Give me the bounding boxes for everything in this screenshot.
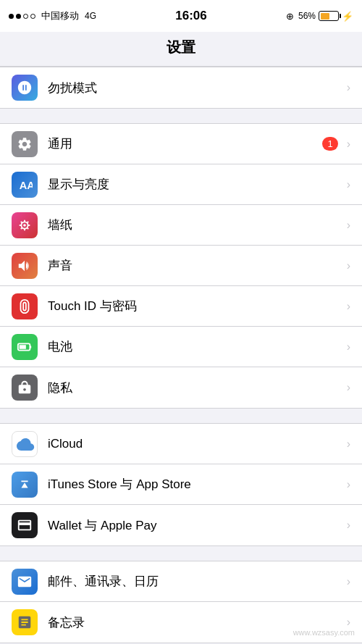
section-dnd: 勿扰模式 › bbox=[0, 67, 362, 109]
sounds-label: 声音 bbox=[48, 257, 344, 274]
network-label: 4G bbox=[85, 11, 96, 21]
wallet-chevron: › bbox=[347, 519, 350, 532]
status-right: ⊕ 56% ⚡ bbox=[286, 11, 353, 22]
dnd-chevron: › bbox=[347, 81, 350, 94]
privacy-icon-bg bbox=[12, 375, 38, 401]
icloud-icon bbox=[14, 436, 35, 452]
battery-settings-icon-bg bbox=[12, 334, 38, 360]
wallpaper-icon bbox=[17, 217, 33, 233]
sounds-icon bbox=[17, 258, 33, 274]
mail-label: 邮件、通讯录、日历 bbox=[48, 573, 344, 590]
row-icloud[interactable]: iCloud › bbox=[0, 424, 362, 464]
battery-container: 56% ⚡ bbox=[298, 11, 353, 22]
row-wallet[interactable]: Wallet 与 Apple Pay › bbox=[0, 505, 362, 545]
notes-icon bbox=[17, 614, 33, 630]
display-icon-bg: AA bbox=[12, 172, 38, 198]
wallpaper-label: 墙纸 bbox=[48, 217, 344, 233]
general-label: 通用 bbox=[48, 135, 322, 152]
svg-text:AA: AA bbox=[20, 179, 33, 191]
itunes-icon bbox=[17, 477, 33, 493]
display-chevron: › bbox=[347, 178, 350, 191]
notes-chevron: › bbox=[347, 616, 350, 629]
notes-icon-bg bbox=[12, 609, 38, 635]
icloud-label: iCloud bbox=[48, 437, 344, 451]
svg-line-8 bbox=[27, 227, 28, 229]
watermark: www.wzsasy.com bbox=[293, 628, 355, 637]
general-icon bbox=[17, 136, 33, 152]
itunes-chevron: › bbox=[347, 478, 350, 491]
wallet-icon-bg bbox=[12, 512, 38, 538]
carrier-label: 中国移动 bbox=[41, 9, 79, 22]
svg-rect-13 bbox=[30, 346, 31, 348]
battery-fill bbox=[321, 13, 330, 20]
row-touchid[interactable]: Touch ID 与密码 › bbox=[0, 286, 362, 327]
general-chevron: › bbox=[347, 138, 350, 151]
touchid-icon bbox=[17, 298, 33, 314]
signal-dots bbox=[9, 14, 35, 19]
nav-header: 设置 bbox=[0, 32, 362, 67]
status-left: 中国移动 4G bbox=[9, 9, 96, 22]
row-dnd[interactable]: 勿扰模式 › bbox=[0, 67, 362, 108]
battery-percent: 56% bbox=[298, 11, 316, 21]
signal-dot-4 bbox=[30, 14, 35, 19]
dnd-icon-bg bbox=[12, 75, 38, 101]
row-itunes[interactable]: iTunes Store 与 App Store › bbox=[0, 464, 362, 505]
svg-line-10 bbox=[21, 227, 22, 229]
battery-chevron: › bbox=[347, 340, 350, 354]
orientation-lock-icon: ⊕ bbox=[286, 11, 294, 22]
wallet-label: Wallet 与 Apple Pay bbox=[48, 517, 344, 534]
privacy-label: 隐私 bbox=[48, 380, 344, 396]
sounds-chevron: › bbox=[347, 259, 350, 272]
icloud-chevron: › bbox=[347, 438, 350, 451]
svg-rect-12 bbox=[20, 345, 26, 349]
battery-icon bbox=[319, 11, 339, 21]
page-title: 设置 bbox=[167, 39, 195, 55]
status-time: 16:06 bbox=[175, 9, 206, 23]
touchid-chevron: › bbox=[347, 300, 350, 313]
row-privacy[interactable]: 隐私 › bbox=[0, 367, 362, 408]
display-label: 显示与亮度 bbox=[48, 176, 344, 193]
section-display: 通用 1 › AA 显示与亮度 › bbox=[0, 123, 362, 409]
dnd-label: 勿扰模式 bbox=[48, 80, 344, 96]
charging-icon: ⚡ bbox=[342, 11, 353, 22]
row-wallpaper[interactable]: 墙纸 › bbox=[0, 205, 362, 246]
signal-dot-1 bbox=[9, 14, 14, 19]
row-battery[interactable]: 电池 › bbox=[0, 327, 362, 367]
wallet-icon bbox=[17, 517, 33, 533]
row-display[interactable]: AA 显示与亮度 › bbox=[0, 164, 362, 205]
itunes-label: iTunes Store 与 App Store bbox=[48, 476, 344, 493]
mail-chevron: › bbox=[347, 575, 350, 588]
general-badge: 1 bbox=[322, 137, 337, 151]
svg-line-7 bbox=[21, 221, 22, 222]
svg-point-2 bbox=[23, 224, 26, 227]
general-icon-bg bbox=[12, 131, 38, 157]
section-accounts: iCloud › iTunes Store 与 App Store › Wall… bbox=[0, 423, 362, 546]
status-bar: 中国移动 4G 16:06 ⊕ 56% ⚡ bbox=[0, 0, 362, 32]
display-icon: AA bbox=[17, 177, 33, 193]
wallpaper-chevron: › bbox=[347, 219, 350, 232]
signal-dot-2 bbox=[16, 14, 21, 19]
row-sounds[interactable]: 声音 › bbox=[0, 246, 362, 286]
touchid-label: Touch ID 与密码 bbox=[48, 298, 344, 314]
svg-line-9 bbox=[27, 221, 28, 222]
sounds-icon-bg bbox=[12, 253, 38, 279]
mail-icon-bg bbox=[12, 569, 38, 595]
signal-dot-3 bbox=[23, 14, 28, 19]
battery-label: 电池 bbox=[48, 338, 344, 355]
privacy-chevron: › bbox=[347, 381, 350, 394]
mail-icon bbox=[17, 574, 33, 590]
icloud-icon-bg bbox=[12, 431, 38, 457]
wallpaper-icon-bg bbox=[12, 212, 38, 238]
itunes-icon-bg bbox=[12, 472, 38, 498]
touchid-icon-bg bbox=[12, 293, 38, 319]
row-mail[interactable]: 邮件、通讯录、日历 › bbox=[0, 561, 362, 602]
battery-settings-icon bbox=[17, 339, 33, 355]
dnd-icon bbox=[17, 80, 33, 96]
privacy-icon bbox=[17, 380, 33, 396]
row-general[interactable]: 通用 1 › bbox=[0, 124, 362, 164]
